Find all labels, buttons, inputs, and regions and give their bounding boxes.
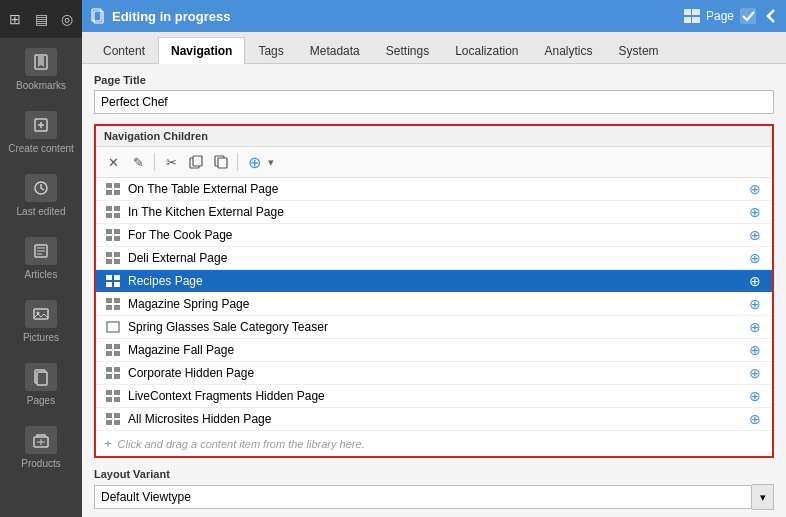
sidebar-item-lastedited[interactable]: Last edited: [0, 164, 82, 227]
page-title-input[interactable]: [94, 90, 774, 114]
nav-row-text-2: For The Cook Page: [128, 228, 746, 242]
svg-rect-53: [114, 344, 120, 349]
nav-row-text-10: All Microsites Hidden Page: [128, 412, 746, 426]
nav-row-9[interactable]: LiveContext Fragments Hidden Page ⊕: [96, 385, 772, 408]
nav-row-3[interactable]: Deli External Page ⊕: [96, 247, 772, 270]
svg-rect-36: [114, 229, 120, 234]
svg-rect-39: [106, 252, 112, 257]
nav-row-text-3: Deli External Page: [128, 251, 746, 265]
header-bar: Editing in progress Page: [82, 0, 786, 32]
globe-icon-8: ⊕: [746, 365, 764, 381]
layout-variant-input[interactable]: [94, 485, 752, 509]
svg-rect-19: [692, 9, 700, 15]
sidebar-item-pages[interactable]: Pages: [0, 353, 82, 416]
nav-add-row[interactable]: + Click and drag a content item from the…: [96, 431, 772, 456]
row-grid-icon-5: [104, 296, 122, 312]
svg-rect-30: [114, 190, 120, 195]
svg-rect-20: [684, 17, 691, 23]
layout-variant-dropdown-btn[interactable]: ▾: [752, 484, 774, 510]
sidebar-item-create-label: Create content: [8, 143, 74, 154]
nav-row-text-0: On The Table External Page: [128, 182, 746, 196]
globe-icon-0: ⊕: [746, 181, 764, 197]
sidebar-item-bookmarks[interactable]: Bookmarks: [0, 38, 82, 101]
products-icon: [25, 426, 57, 454]
nav-row-8[interactable]: Corporate Hidden Page ⊕: [96, 362, 772, 385]
check-button[interactable]: [740, 8, 758, 24]
toolbar-paste-btn[interactable]: [210, 151, 232, 173]
apps-icon[interactable]: ⊞: [4, 8, 26, 30]
nav-children-header: Navigation Children: [96, 126, 772, 147]
list-view-icon: [684, 9, 700, 23]
globe-icon-9: ⊕: [746, 388, 764, 404]
svg-rect-43: [106, 275, 112, 280]
tab-metadata[interactable]: Metadata: [297, 37, 373, 64]
globe-icon-1: ⊕: [746, 204, 764, 220]
svg-rect-52: [106, 344, 112, 349]
sidebar-item-pictures[interactable]: Pictures: [0, 290, 82, 353]
lastedited-icon: [25, 174, 57, 202]
nav-row-10[interactable]: All Microsites Hidden Page ⊕: [96, 408, 772, 431]
row-grid-icon-0: [104, 181, 122, 197]
svg-rect-40: [114, 252, 120, 257]
svg-rect-31: [106, 206, 112, 211]
bookmarks-icon: [25, 48, 57, 76]
row-grid-icon-3: [104, 250, 122, 266]
nav-children-box: Navigation Children ✕ ✎ ✂ ⊕ ▾: [94, 124, 774, 458]
sidebar-item-products[interactable]: Products: [0, 416, 82, 479]
nav-row-text-8: Corporate Hidden Page: [128, 366, 746, 380]
header-doc-icon: [90, 8, 106, 24]
toolbar-add-btn[interactable]: ⊕: [243, 151, 265, 173]
svg-rect-66: [106, 420, 112, 425]
globe-icon-4: ⊕: [746, 273, 764, 289]
nav-row-4[interactable]: Recipes Page ⊕: [96, 270, 772, 293]
sidebar-item-articles[interactable]: Articles: [0, 227, 82, 290]
tab-tags[interactable]: Tags: [245, 37, 296, 64]
nav-row-7[interactable]: Magazine Fall Page ⊕: [96, 339, 772, 362]
svg-rect-38: [114, 236, 120, 241]
svg-rect-42: [114, 259, 120, 264]
toolbar-cancel-btn[interactable]: ✕: [102, 151, 124, 173]
svg-rect-54: [106, 351, 112, 356]
svg-rect-34: [114, 213, 120, 218]
tab-settings[interactable]: Settings: [373, 37, 442, 64]
target-icon[interactable]: ◎: [56, 8, 78, 30]
row-grid-icon-7: [104, 342, 122, 358]
svg-rect-46: [114, 282, 120, 287]
sidebar-item-create[interactable]: Create content: [0, 101, 82, 164]
tab-content[interactable]: Content: [90, 37, 158, 64]
tab-localization[interactable]: Localization: [442, 37, 531, 64]
toolbar-edit-btn[interactable]: ✎: [127, 151, 149, 173]
tab-system[interactable]: System: [606, 37, 672, 64]
svg-rect-58: [106, 374, 112, 379]
toolbar-cut-btn[interactable]: ✂: [160, 151, 182, 173]
nav-row-0[interactable]: On The Table External Page ⊕: [96, 178, 772, 201]
globe-icon-3: ⊕: [746, 250, 764, 266]
header-title: Editing in progress: [112, 9, 678, 24]
tab-navigation[interactable]: Navigation: [158, 37, 245, 64]
create-icon: [25, 111, 57, 139]
articles-icon: [25, 237, 57, 265]
nav-row-5[interactable]: Magazine Spring Page ⊕: [96, 293, 772, 316]
toolbar-divider-1: [154, 153, 155, 171]
svg-rect-21: [692, 17, 700, 23]
chart-icon[interactable]: ▤: [30, 8, 52, 30]
globe-icon-7: ⊕: [746, 342, 764, 358]
row-grid-icon-1: [104, 204, 122, 220]
svg-rect-26: [218, 158, 227, 168]
nav-toolbar: ✕ ✎ ✂ ⊕ ▾: [96, 147, 772, 178]
svg-rect-45: [106, 282, 112, 287]
svg-rect-51: [107, 322, 119, 332]
add-plus-icon: +: [104, 436, 112, 451]
toolbar-copy-btn[interactable]: [185, 151, 207, 173]
svg-rect-35: [106, 229, 112, 234]
nav-row-6[interactable]: Spring Glasses Sale Category Teaser ⊕: [96, 316, 772, 339]
row-grid-icon-8: [104, 365, 122, 381]
nav-row-1[interactable]: In The Kitchen External Page ⊕: [96, 201, 772, 224]
page-title-label: Page Title: [94, 74, 774, 86]
svg-rect-57: [114, 367, 120, 372]
nav-row-text-5: Magazine Spring Page: [128, 297, 746, 311]
nav-row-2[interactable]: For The Cook Page ⊕: [96, 224, 772, 247]
svg-rect-29: [106, 190, 112, 195]
back-button[interactable]: [764, 8, 778, 24]
tab-analytics[interactable]: Analytics: [532, 37, 606, 64]
